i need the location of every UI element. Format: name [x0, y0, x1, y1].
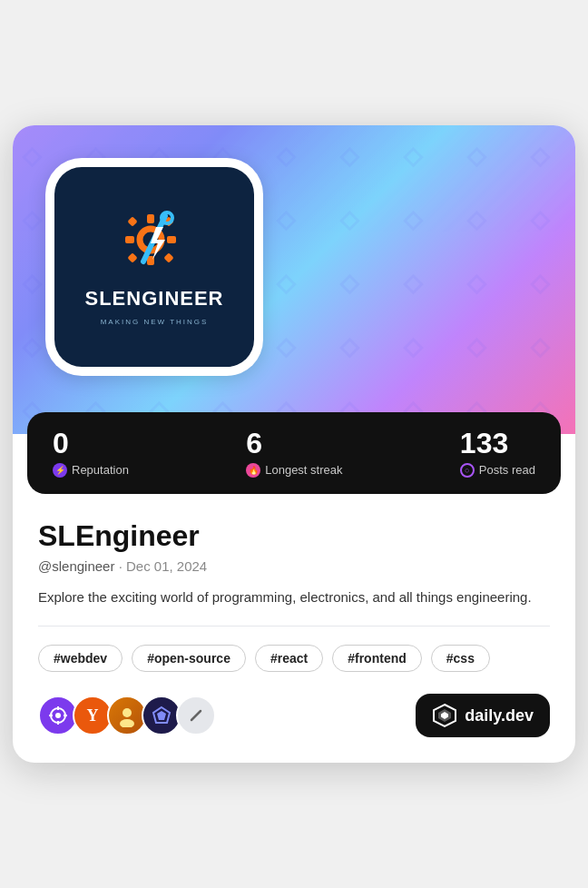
logo-tagline: MAKING NEW THINGS	[101, 318, 209, 326]
profile-bio: Explore the exciting world of programmin…	[38, 587, 550, 607]
badge-5	[176, 696, 216, 735]
profile-name: SLEngineer	[38, 519, 550, 553]
streak-icon: 🔥	[246, 463, 260, 478]
daily-dev-icon	[432, 703, 457, 728]
svg-line-24	[191, 711, 201, 720]
profile-handle: @slengineer	[38, 558, 114, 574]
svg-rect-6	[167, 236, 176, 243]
posts-icon: ○	[460, 463, 475, 478]
stat-posts-label: ○ Posts read	[460, 463, 535, 478]
stat-streak: 6 🔥 Longest streak	[246, 429, 342, 478]
svg-marker-23	[157, 711, 166, 720]
svg-rect-9	[127, 253, 137, 263]
avatar: SLENGINEER MAKING NEW THINGS	[45, 158, 263, 376]
svg-rect-3	[147, 214, 154, 223]
card-footer: Y	[38, 694, 550, 737]
daily-dev-logo: daily.dev	[416, 694, 550, 737]
svg-point-20	[122, 708, 132, 717]
stat-streak-label: 🔥 Longest streak	[246, 463, 342, 478]
logo-svg	[118, 207, 191, 280]
tag-react[interactable]: #react	[255, 645, 323, 672]
svg-point-21	[120, 719, 134, 727]
stat-posts: 133 ○ Posts read	[460, 429, 535, 478]
profile-section: SLEngineer @slengineer · Dec 01, 2024 Ex…	[13, 516, 575, 763]
stat-reputation-label: ⚡ Reputation	[53, 463, 129, 478]
daily-dev-name: daily	[465, 706, 501, 725]
tags-section: #webdev #open-source #react #frontend #c…	[38, 645, 550, 672]
logo-name: SLENGINEER	[84, 287, 223, 311]
tag-open-source[interactable]: #open-source	[132, 645, 246, 672]
avatar-inner: SLENGINEER MAKING NEW THINGS	[54, 167, 254, 367]
profile-card: ◇	[13, 125, 575, 763]
profile-meta: @slengineer · Dec 01, 2024	[38, 558, 550, 574]
stat-reputation: 0 ⚡ Reputation	[53, 429, 129, 478]
daily-dev-text: daily.dev	[465, 706, 534, 725]
divider	[38, 626, 550, 627]
svg-rect-7	[127, 217, 137, 227]
svg-rect-5	[125, 236, 134, 243]
svg-point-15	[55, 713, 61, 718]
tag-webdev[interactable]: #webdev	[38, 645, 122, 672]
tag-frontend[interactable]: #frontend	[332, 645, 422, 672]
tag-css[interactable]: #css	[431, 645, 490, 672]
svg-rect-10	[163, 253, 173, 263]
badges-section: Y	[38, 696, 209, 735]
meta-separator: ·	[119, 558, 126, 574]
profile-joined: Dec 01, 2024	[126, 558, 207, 574]
hero-section: ◇	[13, 125, 575, 434]
daily-dev-tld: .dev	[501, 706, 534, 725]
stats-bar: 0 ⚡ Reputation 6 🔥 Longest streak 133 ○ …	[27, 412, 561, 494]
reputation-icon: ⚡	[53, 463, 67, 478]
